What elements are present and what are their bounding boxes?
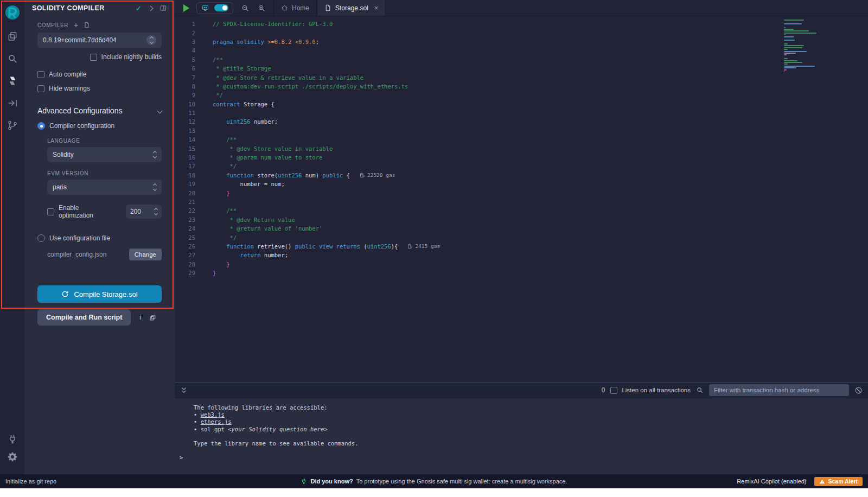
close-tab-icon[interactable]: × xyxy=(374,4,379,12)
terminal-link[interactable]: ethers.js xyxy=(201,418,232,425)
code-line: 13 xyxy=(175,126,868,135)
enable-optimization-checkbox[interactable] xyxy=(47,208,54,215)
code-line: 11 xyxy=(175,109,868,117)
evm-version-select[interactable]: paris xyxy=(47,180,162,195)
tab-storage-label: Storage.sol xyxy=(335,4,368,12)
compile-success-check-icon: ✓ xyxy=(136,4,142,12)
line-number: 15 xyxy=(175,145,205,152)
code-text[interactable]: contract Storage { xyxy=(213,101,275,107)
add-compiler-icon[interactable]: + xyxy=(74,22,78,28)
advanced-configurations-header[interactable]: Advanced Configurations xyxy=(37,106,162,115)
line-number: 19 xyxy=(175,181,205,187)
code-text[interactable]: uint256 number; xyxy=(213,118,278,125)
minimap[interactable] xyxy=(784,20,846,73)
clear-console-icon[interactable] xyxy=(854,386,863,394)
code-line: 9 */ xyxy=(175,91,868,99)
deploy-run-icon[interactable] xyxy=(7,97,18,109)
chevron-right-icon[interactable] xyxy=(148,5,154,11)
search-icon[interactable] xyxy=(7,53,18,64)
compiler-configuration-radio[interactable] xyxy=(37,122,45,130)
line-number: 4 xyxy=(175,47,205,54)
compile-and-run-button[interactable]: Compile and Run script xyxy=(37,309,131,326)
runs-spinner-icon[interactable] xyxy=(155,208,157,215)
code-line: 22 /** xyxy=(175,206,868,215)
language-select[interactable]: Solidity xyxy=(47,147,162,162)
code-line: 15 * @dev Store value in variable xyxy=(175,144,868,152)
run-script-play-button[interactable] xyxy=(183,4,189,12)
code-text[interactable]: return number; xyxy=(213,252,288,258)
zoom-in-icon[interactable] xyxy=(257,4,266,12)
code-text[interactable]: } xyxy=(213,261,230,267)
line-number: 9 xyxy=(175,92,205,98)
code-text[interactable]: * @param num value to store xyxy=(213,154,322,161)
listen-all-transactions-checkbox[interactable] xyxy=(610,387,617,394)
change-config-button[interactable]: Change xyxy=(129,248,162,260)
code-text[interactable]: pragma solidity >=0.8.2 <0.9.0; xyxy=(213,39,319,45)
git-icon[interactable] xyxy=(7,119,18,131)
auto-compile-checkbox[interactable] xyxy=(37,71,44,78)
info-icon[interactable]: i xyxy=(139,314,141,321)
minimap-line xyxy=(784,40,795,41)
minimap-line xyxy=(784,51,807,52)
code-text[interactable]: * @dev Store value in variable xyxy=(213,145,333,152)
scam-alert-badge[interactable]: Scam Alert xyxy=(814,477,863,486)
tab-storage-sol[interactable]: Storage.sol × xyxy=(317,0,386,16)
ai-assistant-icon[interactable] xyxy=(201,4,209,12)
solidity-compiler-icon[interactable] xyxy=(7,75,18,86)
terminal-line: Type the library name to see available c… xyxy=(180,440,868,447)
code-text[interactable]: } xyxy=(213,270,216,276)
code-text[interactable]: /** xyxy=(213,56,223,63)
include-nightly-label: Include nightly builds xyxy=(101,53,162,61)
optimization-runs-input[interactable]: 200 xyxy=(126,205,162,219)
minimap-line xyxy=(784,69,787,71)
copilot-toggle[interactable] xyxy=(214,4,228,11)
copy-icon[interactable] xyxy=(149,314,156,321)
code-text[interactable]: } xyxy=(213,190,230,196)
code-text[interactable]: function retrieve() public view returns … xyxy=(213,243,398,250)
file-explorer-icon[interactable] xyxy=(7,30,18,42)
use-configuration-file-radio[interactable] xyxy=(37,234,45,242)
line-number: 14 xyxy=(175,136,205,143)
code-text[interactable]: * @return value of 'number' xyxy=(213,225,322,232)
terminal[interactable]: The following libraries are accessible:•… xyxy=(175,398,868,474)
code-editor[interactable]: 1// SPDX-License-Identifier: GPL-3.023pr… xyxy=(175,16,868,382)
code-text[interactable]: */ xyxy=(213,92,223,98)
plugin-manager-icon[interactable] xyxy=(7,433,18,444)
line-number: 17 xyxy=(175,163,205,169)
tip-body: To prototype using the Gnosis safe multi… xyxy=(356,478,567,485)
code-text[interactable]: // SPDX-License-Identifier: GPL-3.0 xyxy=(213,21,333,27)
compiler-version-value: 0.8.19+commit.7dd6d404 xyxy=(43,36,146,44)
terminal-expand-icon[interactable] xyxy=(180,386,188,394)
copilot-status[interactable]: RemixAI Copilot (enabled) xyxy=(737,478,806,485)
hide-warnings-checkbox[interactable] xyxy=(37,85,44,92)
line-number: 10 xyxy=(175,101,205,107)
split-panel-icon[interactable] xyxy=(159,4,167,12)
tab-home[interactable]: Home xyxy=(273,0,317,16)
transaction-filter-input[interactable] xyxy=(709,384,849,396)
code-text[interactable]: * @dev Store & retrieve value in a varia… xyxy=(213,74,363,81)
line-number: 18 xyxy=(175,172,205,179)
code-text[interactable]: number = num; xyxy=(213,181,285,187)
code-text[interactable]: function store(uint256 num) public { xyxy=(213,172,350,179)
compile-button[interactable]: Compile Storage.sol xyxy=(37,285,162,303)
code-text[interactable]: /** xyxy=(213,136,237,143)
include-nightly-row: Include nightly builds xyxy=(37,53,162,61)
settings-gear-icon[interactable] xyxy=(7,451,18,462)
compiler-configuration-row: Compiler configuration xyxy=(37,122,162,130)
code-text[interactable]: * @title Storage xyxy=(213,65,271,72)
compiler-version-select[interactable]: 0.8.19+commit.7dd6d404 xyxy=(37,33,162,48)
zoom-out-icon[interactable] xyxy=(241,4,250,12)
code-text[interactable]: * @dev Return value xyxy=(213,216,295,223)
code-text[interactable]: * @custom:dev-run-script ./scripts/deplo… xyxy=(213,83,408,90)
open-file-icon[interactable] xyxy=(84,22,90,28)
code-text[interactable]: */ xyxy=(213,234,237,241)
code-text[interactable]: */ xyxy=(213,163,237,169)
code-line: 19 number = num; xyxy=(175,180,868,188)
terminal-link[interactable]: web3.js xyxy=(201,411,225,418)
git-init-status[interactable]: Initialize as git repo xyxy=(5,478,56,485)
remix-logo-icon[interactable] xyxy=(4,4,21,21)
include-nightly-checkbox[interactable] xyxy=(90,54,97,61)
code-line: 16 * @param num value to store xyxy=(175,153,868,162)
code-line: 14 /** xyxy=(175,135,868,144)
code-text[interactable]: /** xyxy=(213,207,237,214)
